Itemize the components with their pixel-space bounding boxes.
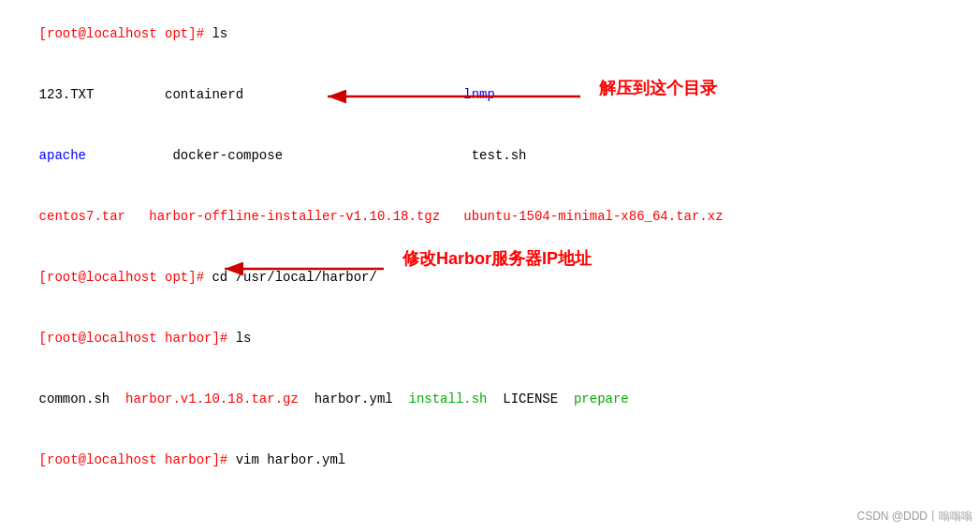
arrow-2 — [215, 255, 393, 283]
watermark: CSDN @DDD丨嗡嗡嗡 — [856, 509, 973, 525]
blank-1 — [7, 492, 973, 512]
terminal: [root@localhost opt]# ls 123.TXT contain… — [0, 0, 980, 532]
annotation-extract-dir: 解压到这个目录 — [599, 77, 717, 99]
line-7: common.sh harbor.v1.10.18.tar.gz harbor.… — [7, 369, 973, 430]
yaml-line-1: 1 # Configuration file of Harbor — [7, 511, 973, 532]
prompt-1: [root@localhost opt]# — [39, 26, 212, 41]
line-3: apache docker-compose test.sh — [7, 126, 973, 186]
annotation-harbor-ip: 修改Harbor服务器IP地址 — [402, 247, 592, 270]
line-8: [root@localhost harbor]# vim harbor.yml — [7, 430, 973, 491]
line-6: [root@localhost harbor]# ls — [7, 308, 973, 369]
line-1: [root@localhost opt]# ls — [7, 4, 973, 65]
arrow-1 — [318, 82, 590, 111]
line-4: centos7.tar harbor-offline-installer-v1.… — [7, 186, 973, 247]
